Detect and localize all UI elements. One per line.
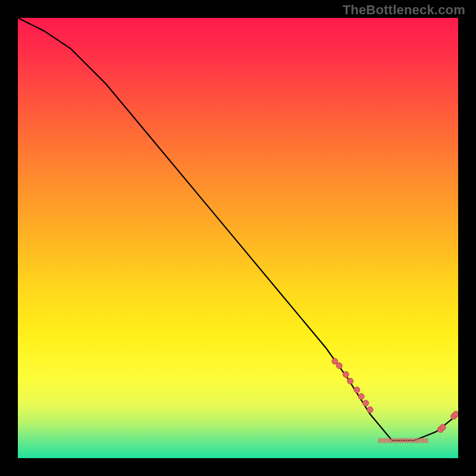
valley-tick [394, 438, 396, 443]
bottleneck-curve [18, 18, 458, 440]
valley-tick [409, 438, 410, 443]
valley-tick [419, 438, 421, 443]
valley-tick [389, 438, 390, 443]
valley-tick [386, 438, 387, 443]
plot-area [18, 18, 458, 458]
valley-tick [407, 438, 408, 443]
chart-svg [18, 18, 458, 458]
valley-tick [398, 438, 399, 443]
valley-tick [421, 438, 422, 443]
marker-dot [367, 407, 373, 413]
valley-tick [378, 438, 380, 443]
valley-tick [384, 438, 385, 443]
valley-tick [425, 438, 426, 443]
valley-tick [427, 438, 428, 443]
marker-dot [347, 378, 353, 384]
valley-tick [402, 438, 403, 443]
valley-tick [423, 438, 424, 443]
marker-dot [363, 400, 369, 406]
valley-tick [418, 438, 419, 443]
marker-dot [332, 358, 338, 364]
valley-tick [416, 438, 417, 443]
valley-tick [393, 438, 394, 443]
valley-tick [412, 438, 414, 443]
valley-tick [400, 438, 401, 443]
watermark-text: TheBottleneck.com [343, 2, 465, 18]
marker-dot [354, 387, 360, 393]
valley-tick [387, 438, 389, 443]
valley-tick [403, 438, 405, 443]
valley-tick [391, 438, 392, 443]
valley-tick [411, 438, 412, 443]
marker-dot [453, 411, 458, 417]
valley-tick [382, 438, 383, 443]
valley-tick [380, 438, 381, 443]
chart-frame: TheBottleneck.com [0, 0, 476, 476]
marker-dot [440, 424, 446, 430]
valley-tick [396, 438, 397, 443]
marker-dot [358, 393, 364, 399]
marker-dot [336, 363, 342, 369]
marker-dot [343, 371, 349, 377]
marker-group [332, 358, 458, 433]
valley-tick [414, 438, 415, 443]
valley-tick [405, 438, 406, 443]
